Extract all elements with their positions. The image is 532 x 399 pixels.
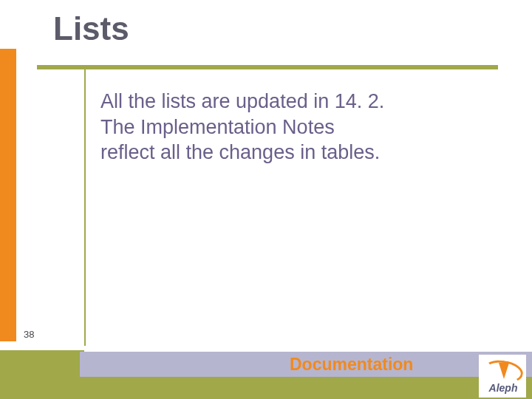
vertical-divider [84,65,86,346]
title-underline [37,65,498,69]
left-rail [0,49,16,341]
body-line: All the lists are updated in 14. 2. [100,89,485,115]
slide-title: Lists [53,10,129,47]
slide: Lists All the lists are updated in 14. 2… [0,0,532,399]
footer-label: Documentation [290,352,413,377]
logo-swoosh-icon [482,358,524,385]
footer: Documentation Aleph [0,355,532,399]
body-line: reflect all the changes in tables. [100,140,485,166]
body-text: All the lists are updated in 14. 2. The … [100,89,485,166]
aleph-logo: Aleph [479,355,526,398]
body-line: The Implementation Notes [100,115,485,140]
page-number: 38 [24,329,34,340]
footer-olive-bar [0,377,532,399]
